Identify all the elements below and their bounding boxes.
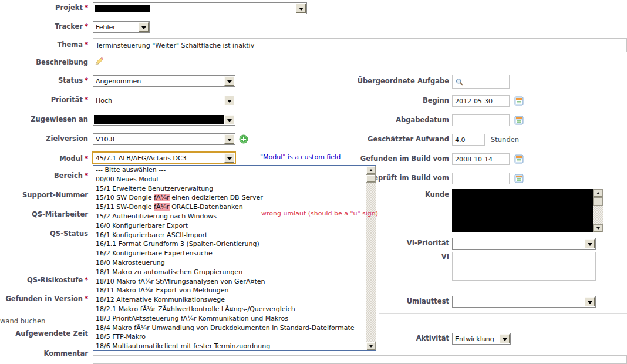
dropdown-option[interactable]: 16/1.1 Format Grundform 3 (Spalten-Orien… (93, 240, 366, 249)
required-marker: * (85, 4, 88, 12)
search-icon (456, 78, 463, 87)
customer-textarea[interactable] (452, 189, 603, 232)
vi-prioritaet-select[interactable] (452, 238, 596, 250)
scroll-up-button[interactable] (593, 189, 603, 197)
prioritaet-value: Hoch (96, 95, 112, 106)
label-modul: Modul* (0, 154, 88, 163)
zielversion-select[interactable]: V10.8 (93, 133, 235, 145)
required-marker: * (85, 276, 88, 284)
redacted-assignee-value (94, 115, 225, 124)
estimated-hours-input[interactable] (452, 134, 485, 146)
scrollbar-thumb[interactable] (593, 197, 603, 206)
scroll-up-button[interactable] (366, 166, 376, 174)
dropdown-arrow-icon[interactable] (139, 22, 149, 32)
label-geschaetzter-aufwand: Geschätzter Aufwand (273, 135, 449, 144)
dropdown-option[interactable]: 15/1 Erweiterte Benutzerverwaltung (93, 184, 366, 194)
hours-unit-label: Stunden (491, 136, 519, 144)
calendar-icon[interactable] (514, 174, 524, 185)
projekt-select[interactable] (93, 2, 307, 14)
dropdown-arrow-icon[interactable] (585, 297, 595, 306)
label-projekt: Projekt* (0, 4, 88, 12)
dropdown-option[interactable]: 18/6 Multiautomatikclient mit fester Ter… (93, 342, 366, 350)
label-support-nummer: Support-Nummer (0, 191, 88, 200)
calendar-icon[interactable] (514, 96, 524, 107)
modul-dropdown-options: --- Bitte auswählen ---00/00 Neues Modul… (93, 166, 366, 350)
aktivitaet-value: Entwicklung (455, 333, 494, 344)
wrong-umlaut-annotation: wrong umlaut (should be a "ü" sign) (261, 210, 378, 217)
calendar-icon[interactable] (514, 116, 524, 127)
dropdown-option[interactable]: 18/4 Makro fÃ¼r Umwandlung von Druckdoku… (93, 323, 366, 333)
due-date-input[interactable] (452, 114, 510, 126)
start-date-input[interactable] (452, 95, 510, 107)
label-thema: Thema* (0, 41, 88, 49)
scroll-down-button[interactable] (593, 224, 603, 232)
zielversion-value: V10.8 (96, 134, 114, 144)
found-in-build-input[interactable] (452, 153, 510, 165)
add-version-icon[interactable] (239, 134, 248, 146)
label-status: Status* (0, 76, 88, 85)
label-abgabedatum: Abgabedatum (273, 116, 449, 124)
label-qs-mitarbeiter: QS-Mitarbeiter (0, 210, 88, 219)
label-prioritaet: Priorität* (0, 96, 88, 105)
dropdown-arrow-icon[interactable] (224, 115, 234, 124)
dropdown-option[interactable]: 00/00 Neues Modul (93, 175, 366, 184)
dropdown-option[interactable]: 18/5 FTP-Makro (93, 332, 366, 342)
dropdown-option[interactable]: 18/12 Alternative Kommunikationswege (93, 295, 366, 305)
label-qs-risikostufe: QS-Risikostufe* (0, 276, 88, 285)
required-marker: * (85, 154, 88, 163)
scrollbar-thumb[interactable] (366, 174, 376, 183)
label-kommentar: Kommentar (0, 349, 88, 358)
label-zielversion: Zielversion (0, 134, 88, 143)
label-bereich: Bereich* (0, 171, 88, 180)
required-marker: * (85, 41, 88, 49)
dropdown-option[interactable]: 16/1 Konfigurierbarer ASCII-Import (93, 231, 366, 240)
dropdown-arrow-icon[interactable] (224, 96, 234, 105)
dropdown-option[interactable]: 18/2.1 Makro fÃ¼r ZÃ¤hlwertkontrolle LÃ¤… (93, 305, 366, 314)
scroll-down-button[interactable] (366, 342, 376, 350)
dropdown-option[interactable]: 15/10 SW-Dongle fÃ¼r einen dedizierten D… (93, 193, 366, 203)
edit-pencil-icon[interactable] (94, 57, 103, 68)
dropdown-option[interactable]: 18/3 PrioritÃ¤tssteuerung fÃ¼r Kommunika… (93, 314, 366, 323)
dropdown-scrollbar[interactable] (366, 166, 376, 350)
dropdown-option[interactable]: 16/2 Konfigurierbare Expertensuche (93, 249, 366, 258)
dropdown-arrow-icon[interactable] (224, 76, 234, 86)
dropdown-arrow-icon[interactable] (585, 239, 595, 248)
dropdown-option[interactable]: --- Bitte auswählen --- (93, 166, 366, 175)
dropdown-option[interactable]: 18/0 Makrosteuerung (93, 258, 366, 268)
dropdown-option[interactable]: 18/1 Makro zu automatischen Gruppierunge… (93, 268, 366, 277)
required-marker: * (85, 22, 88, 31)
label-gefunden-in-version: Gefunden in Version* (0, 295, 88, 304)
tracker-select[interactable]: Fehler (93, 21, 150, 33)
zugewiesen-an-select[interactable] (93, 114, 235, 126)
kommentar-input[interactable] (93, 355, 627, 364)
status-select[interactable]: Angenommen (93, 75, 235, 87)
thema-input[interactable] (93, 38, 627, 52)
mojibake-highlight: fÃ¼r (154, 203, 170, 211)
mojibake-highlight: fÃ¼r (154, 194, 170, 201)
dropdown-arrow-icon[interactable] (500, 334, 510, 343)
label-uebergeordnete-aufgabe: Übergeordnete Aufgabe (273, 77, 449, 86)
label-zugewiesen-an: Zugewiesen an (0, 115, 88, 124)
required-marker: * (85, 295, 88, 303)
calendar-icon[interactable] (514, 154, 524, 166)
checked-in-build-input[interactable] (452, 173, 510, 184)
customer-scrollbar[interactable] (593, 189, 603, 232)
tracker-value: Fehler (96, 22, 116, 32)
dropdown-arrow-icon[interactable] (296, 4, 306, 13)
modul-value: 45/7.1 ALB/AEG/Actaris DC3 (96, 153, 187, 163)
issue-edit-form: { "marker": {"required": "*"}, "fields":… (0, 0, 627, 364)
dropdown-option[interactable]: 18/10 Makro fÃ¼r StÃ¶rungsanalysen von G… (93, 277, 366, 287)
scrollbar-track[interactable] (366, 166, 376, 350)
redacted-customer-text (452, 189, 593, 232)
prioritaet-select[interactable]: Hoch (93, 95, 235, 106)
dropdown-arrow-icon[interactable] (224, 153, 234, 163)
dropdown-option[interactable]: 18/11 Makro fÃ¼r Export von Meldungen (93, 286, 366, 295)
vi-textarea[interactable] (452, 252, 596, 281)
required-marker: * (85, 76, 88, 85)
umlauttest-select[interactable] (452, 296, 596, 308)
label-tracker: Tracker* (0, 22, 88, 31)
dropdown-option[interactable]: 16/0 Konfigurierbarer Export (93, 221, 366, 231)
aktivitaet-select[interactable]: Entwicklung (452, 333, 511, 345)
modul-select[interactable]: 45/7.1 ALB/AEG/Actaris DC3 (92, 151, 236, 164)
dropdown-arrow-icon[interactable] (224, 134, 234, 144)
